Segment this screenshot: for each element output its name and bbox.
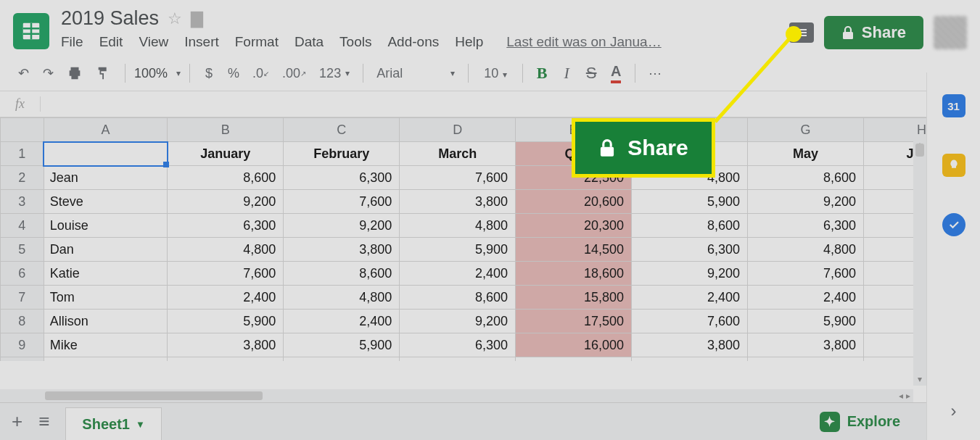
font-size-select[interactable]: 10 xyxy=(477,66,514,81)
account-avatar[interactable] xyxy=(934,16,967,49)
cell[interactable]: 9,200 xyxy=(748,190,864,214)
spreadsheet-grid[interactable]: A B C D E F G H 1JanuaryFebruaryMarchQ1A… xyxy=(0,117,980,361)
side-panel-expand-icon[interactable]: › xyxy=(951,401,957,421)
cell[interactable]: 7,600 xyxy=(400,166,516,190)
explore-button[interactable]: ✦ Explore xyxy=(820,412,915,432)
doc-title[interactable]: 2019 Sales xyxy=(61,7,159,30)
menu-edit[interactable]: Edit xyxy=(99,34,123,50)
strikethrough-button[interactable]: S xyxy=(581,62,601,85)
cell[interactable]: 3,800 xyxy=(748,333,864,357)
cell[interactable]: Steve xyxy=(44,190,168,214)
cell[interactable] xyxy=(632,357,748,362)
row-header[interactable]: 1 xyxy=(1,142,44,166)
number-format-select[interactable]: 123 xyxy=(315,62,354,85)
calendar-icon[interactable]: 31 xyxy=(942,94,965,117)
cell[interactable]: 9,200 xyxy=(632,262,748,286)
cell[interactable]: 3,800 xyxy=(400,190,516,214)
col-header-B[interactable]: B xyxy=(168,118,284,142)
col-header-C[interactable]: C xyxy=(284,118,400,142)
formula-input[interactable] xyxy=(41,98,980,111)
toolbar-more[interactable]: ⋯ xyxy=(644,62,666,85)
horizontal-scrollbar[interactable]: ◂▸ xyxy=(0,389,913,402)
cell[interactable]: 2,400 xyxy=(748,286,864,310)
cell[interactable]: February xyxy=(284,142,400,166)
cell[interactable]: 3,800 xyxy=(168,333,284,357)
add-sheet-button[interactable]: + xyxy=(12,410,22,433)
cell[interactable]: 5,900 xyxy=(400,238,516,262)
cell[interactable]: 16,000 xyxy=(516,333,632,357)
row-header[interactable]: 4 xyxy=(1,214,44,238)
menu-file[interactable]: File xyxy=(61,34,83,50)
cell[interactable]: 8,600 xyxy=(400,286,516,310)
vertical-scrollbar[interactable]: ▴▾ xyxy=(913,139,926,386)
cell[interactable]: 6,300 xyxy=(632,238,748,262)
menu-view[interactable]: View xyxy=(139,34,168,50)
format-currency[interactable]: $ xyxy=(199,62,219,85)
cell[interactable]: 20,600 xyxy=(516,190,632,214)
move-folder-icon[interactable]: ▇ xyxy=(191,9,203,28)
row-header[interactable]: 8 xyxy=(1,310,44,333)
cell[interactable]: Louise xyxy=(44,214,168,238)
italic-button[interactable]: I xyxy=(556,62,577,85)
cell[interactable]: 6,300 xyxy=(748,214,864,238)
cell[interactable]: 2,400 xyxy=(168,286,284,310)
cell[interactable]: 5,900 xyxy=(284,333,400,357)
row-header[interactable]: 6 xyxy=(1,262,44,286)
share-button[interactable]: Share xyxy=(824,16,923,49)
cell[interactable]: Allison xyxy=(44,310,168,333)
bold-button[interactable]: B xyxy=(532,62,552,85)
cell[interactable]: Jean xyxy=(44,166,168,190)
cell[interactable]: 2,400 xyxy=(284,310,400,333)
last-edit-link[interactable]: Last edit was on Janua… xyxy=(506,34,661,50)
cell[interactable] xyxy=(44,357,168,362)
row-header[interactable]: 7 xyxy=(1,286,44,310)
cell[interactable]: May xyxy=(748,142,864,166)
all-sheets-button[interactable]: ≡ xyxy=(38,410,49,433)
cell[interactable]: 3,800 xyxy=(284,238,400,262)
cell[interactable]: 14,500 xyxy=(516,238,632,262)
increase-decimal[interactable]: .00↗ xyxy=(278,62,310,85)
menu-help[interactable]: Help xyxy=(455,34,483,50)
cell[interactable]: 2,400 xyxy=(632,286,748,310)
cell[interactable]: March xyxy=(400,142,516,166)
cell[interactable]: Katie xyxy=(44,262,168,286)
menu-insert[interactable]: Insert xyxy=(184,34,219,50)
cell[interactable]: Dan xyxy=(44,238,168,262)
cell[interactable]: 6,300 xyxy=(168,214,284,238)
format-percent[interactable]: % xyxy=(223,62,244,85)
row-header[interactable]: 2 xyxy=(1,166,44,190)
cell[interactable]: 7,600 xyxy=(284,190,400,214)
cell[interactable] xyxy=(44,142,168,166)
cell[interactable]: Mike xyxy=(44,333,168,357)
paint-format-button[interactable] xyxy=(91,62,116,85)
cell[interactable]: 9,200 xyxy=(400,310,516,333)
row-header[interactable]: 5 xyxy=(1,238,44,262)
cell[interactable]: 17,500 xyxy=(516,310,632,333)
tasks-icon[interactable] xyxy=(942,213,965,236)
cell[interactable]: 5,900 xyxy=(632,190,748,214)
cell[interactable]: 4,800 xyxy=(748,238,864,262)
cell[interactable]: 9,200 xyxy=(284,214,400,238)
row-header[interactable]: 10 xyxy=(1,357,44,362)
cell[interactable] xyxy=(168,357,284,362)
row-header[interactable]: 3 xyxy=(1,190,44,214)
sheet-tab[interactable]: Sheet1 ▼ xyxy=(65,407,161,441)
cell[interactable]: 7,600 xyxy=(168,262,284,286)
cell[interactable]: Tom xyxy=(44,286,168,310)
keep-icon[interactable] xyxy=(942,154,965,177)
cell[interactable]: 18,600 xyxy=(516,262,632,286)
cell[interactable]: 8,600 xyxy=(632,214,748,238)
cell[interactable]: 20,300 xyxy=(516,214,632,238)
text-color-button[interactable]: A xyxy=(606,62,626,85)
undo-button[interactable]: ↶ xyxy=(13,62,33,85)
menu-addons[interactable]: Add-ons xyxy=(387,34,439,50)
cell[interactable] xyxy=(400,357,516,362)
row-header[interactable]: 9 xyxy=(1,333,44,357)
menu-data[interactable]: Data xyxy=(295,34,324,50)
cell[interactable]: 6,300 xyxy=(284,166,400,190)
decrease-decimal[interactable]: .0↙ xyxy=(248,62,273,85)
cell[interactable]: 3,800 xyxy=(632,333,748,357)
cell[interactable]: 4,800 xyxy=(284,286,400,310)
cell[interactable]: 9,200 xyxy=(168,190,284,214)
menu-tools[interactable]: Tools xyxy=(339,34,371,50)
